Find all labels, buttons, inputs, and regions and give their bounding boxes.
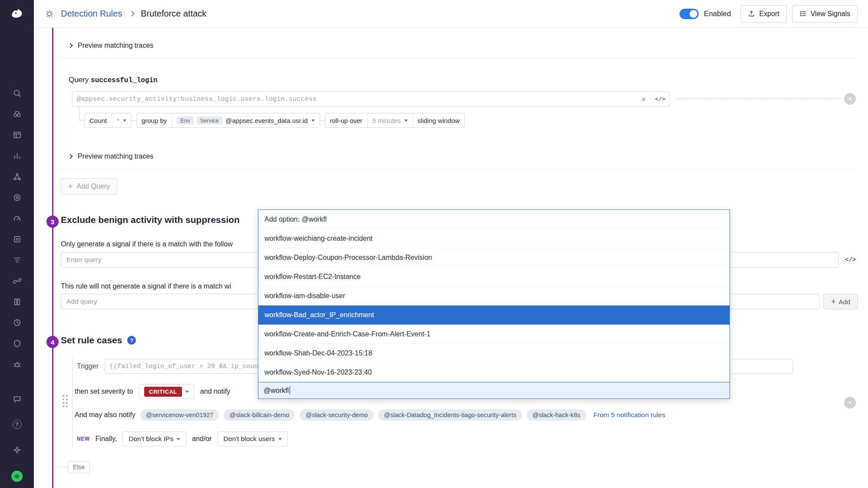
list-icon <box>799 10 807 17</box>
plus-icon: + <box>831 298 836 305</box>
plus-icon: + <box>68 183 73 190</box>
dropdown-option-add[interactable]: Add option: @workfl <box>258 210 729 229</box>
block-users-value: Don't block users <box>224 435 275 443</box>
separator <box>61 169 857 170</box>
case-drag-handle[interactable] <box>63 395 68 407</box>
group-by-control[interactable]: group by Env Service @appsec.events_data… <box>136 113 320 128</box>
step-4-badge: 4 <box>46 336 59 348</box>
threat-bug-icon[interactable] <box>7 354 27 375</box>
dropdown-option[interactable]: workflow-Syed-Nov-16-2023-23:40 <box>258 363 729 382</box>
new-badge: NEW <box>77 436 90 442</box>
joint-line <box>320 120 325 121</box>
integrations-icon[interactable] <box>7 229 27 249</box>
only-generate-text: Only generate a signal if there is a mat… <box>61 240 233 248</box>
finally-row: NEW Finally, Don't block IPs and/or Don'… <box>77 432 288 446</box>
dropdown-option[interactable]: workflow-Shah-Dec-04-2023-15:18 <box>258 344 729 363</box>
severity-row: then set severity to CRITICAL and notify <box>75 384 230 399</box>
also-notify-row: And may also notify @servicenow-ven01927… <box>75 409 665 421</box>
query-word: Query <box>69 76 89 84</box>
preview-matching-traces-toggle-bottom[interactable]: Preview matching traces <box>69 153 153 160</box>
notify-pill[interactable]: @slack-security-demo <box>300 409 373 421</box>
view-signals-button[interactable]: View Signals <box>792 5 858 23</box>
notebooks-icon[interactable] <box>7 291 27 312</box>
security-shield-icon[interactable] <box>7 333 27 354</box>
rule-cases-title-text: Set rule cases <box>61 335 122 345</box>
notify-pill[interactable]: @slack-Datadog_Incidents-tiago-security-… <box>378 409 522 421</box>
add-query-button[interactable]: + Add Query <box>61 178 117 195</box>
sidebar: ? <box>0 0 34 488</box>
help-icon[interactable]: ? <box>127 336 136 345</box>
dashboards-icon[interactable] <box>7 124 27 145</box>
service-map-icon[interactable] <box>7 166 27 187</box>
preview-matching-traces-toggle-top[interactable]: Preview matching traces <box>69 42 153 50</box>
datadog-logo-icon[interactable] <box>0 0 34 28</box>
block-ips-value: Don't block IPs <box>129 435 173 443</box>
section-accent-line <box>52 28 53 488</box>
severity-dropdown[interactable]: CRITICAL <box>139 384 194 399</box>
monitors-gauge-icon[interactable] <box>7 208 27 229</box>
chat-icon[interactable] <box>7 388 27 409</box>
group-field-value: @appsec.events_data.usr.id <box>225 117 308 124</box>
chevron-down-icon <box>185 391 189 393</box>
suppression-section-title: Exclude benign activity with suppression <box>61 215 240 225</box>
divider <box>650 95 651 103</box>
ci-clock-icon[interactable] <box>7 312 27 333</box>
enabled-label: Enabled <box>704 10 731 18</box>
breadcrumb-detection-rules[interactable]: Detection Rules <box>61 9 122 19</box>
gear-icon[interactable] <box>44 9 55 19</box>
detection-rule-editor: ? Detection Rules Bruteforce attack Enab… <box>0 0 868 488</box>
chevron-right-icon <box>68 43 73 48</box>
chevron-down-icon <box>177 438 180 440</box>
add-label: Add <box>838 298 850 305</box>
add-suppression-button[interactable]: + Add <box>823 294 858 309</box>
code-view-icon[interactable]: </> <box>655 96 665 103</box>
dropdown-option[interactable]: workflow-Restart-EC2-Instance <box>258 267 729 286</box>
remove-case-button[interactable]: × <box>844 397 856 408</box>
step-3-badge: 3 <box>46 216 59 228</box>
apm-link-icon[interactable] <box>7 270 27 291</box>
joint-line <box>132 120 136 121</box>
metrics-icon[interactable] <box>7 145 27 166</box>
notification-rules-link[interactable]: From 5 notification rules <box>594 411 665 419</box>
dropdown-option[interactable]: workflow-Create-and-Enrich-Case-From-Ale… <box>258 325 729 344</box>
rollup-control[interactable]: roll-up over 5 minutes sliding window <box>325 113 465 128</box>
notify-combobox-input[interactable]: @workfl <box>258 382 729 398</box>
preview-label: Preview matching traces <box>78 153 153 160</box>
dropdown-option-highlighted[interactable]: workflow-Bad_actor_IP_enrichment <box>258 305 729 325</box>
block-ips-dropdown[interactable]: Don't block IPs <box>122 432 186 446</box>
group-chip-service: Service <box>197 116 222 125</box>
block-users-dropdown[interactable]: Don't block users <box>218 432 288 446</box>
notify-pill[interactable]: @slack-hack-k8s <box>527 409 586 421</box>
count-label[interactable]: Count <box>85 113 112 127</box>
notify-pill[interactable]: @slack-billcain-demo <box>224 409 295 421</box>
status-green-icon[interactable] <box>11 471 23 482</box>
sliding-window-label[interactable]: sliding window <box>413 113 465 127</box>
rollup-value-dropdown[interactable]: 5 minutes <box>367 113 413 127</box>
chevron-down-icon <box>123 120 126 122</box>
notify-pill[interactable]: @servicenow-ven01927 <box>140 409 219 421</box>
dropdown-option[interactable]: workflow-weichiang-create-incident <box>258 229 729 248</box>
search-icon[interactable] <box>7 83 27 103</box>
group-chip-env: Env <box>177 116 193 125</box>
export-label: Export <box>759 10 779 18</box>
ai-sparkle-icon[interactable] <box>7 439 27 460</box>
dashed-connector <box>677 98 841 99</box>
clear-query-icon[interactable]: × <box>641 95 646 103</box>
group-by-field-dropdown[interactable]: Env Service @appsec.events_data.usr.id <box>172 113 319 127</box>
remove-query-button[interactable]: × <box>844 93 856 105</box>
chevron-right-icon <box>129 11 135 17</box>
count-arg-dropdown[interactable]: * <box>112 113 131 127</box>
aggregation-row: Count * group by Env Service @appsec.eve… <box>84 113 465 128</box>
dropdown-option[interactable]: workflow-iam-disable-user <box>258 286 729 305</box>
log-pipelines-icon[interactable] <box>7 249 27 270</box>
count-aggregation-control[interactable]: Count * <box>84 113 132 128</box>
watchdog-icon[interactable] <box>7 103 27 124</box>
dropdown-option[interactable]: workflow-Deploy-Coupon-Processor-Lambda-… <box>258 248 729 267</box>
help-icon[interactable]: ? <box>13 420 22 429</box>
notify-prefix: and notify <box>200 388 230 395</box>
synthetics-target-icon[interactable] <box>7 187 27 208</box>
enabled-toggle[interactable] <box>680 9 699 19</box>
security-query-input[interactable]: @appsec.security_activity:business_logic… <box>72 91 670 107</box>
code-view-icon[interactable]: </> <box>845 256 856 263</box>
export-button[interactable]: Export <box>740 5 786 23</box>
